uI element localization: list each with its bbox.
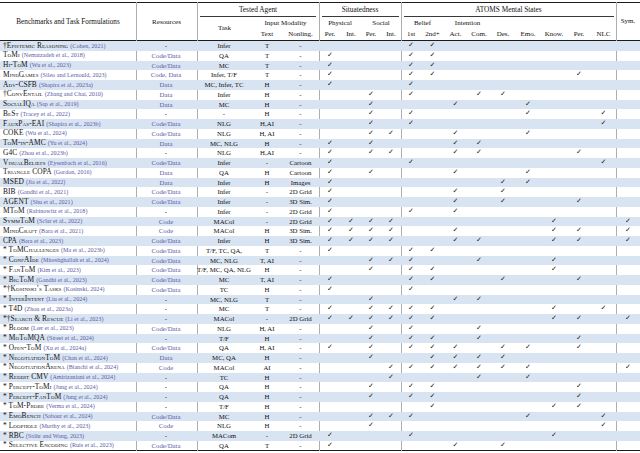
citation-link[interactable]: (Bara et al., 2021) [39,228,83,234]
citation-link[interactable]: (Murthy et al., 2023) [39,423,90,429]
task-cell: QA [196,343,252,353]
input-nonling-cell: - [282,119,319,129]
check-soc-per: ✓ [361,168,381,178]
input-nonling-cell: - [282,51,319,61]
resources-cell[interactable]: Code/Data [136,285,196,295]
citation-link[interactable]: (Amirizaniani et al., 2024) [50,374,115,380]
citation-link[interactable]: (Bianchi et al., 2024) [67,364,119,370]
check-per: ✓ [567,226,591,236]
resources-cell[interactable]: Code/Data [136,265,196,275]
input-text-cell: H [252,90,282,100]
citation-link[interactable]: (Sap et al., 2019) [37,101,79,107]
citation-link[interactable]: (Street et al., 2024) [47,335,94,341]
citation-link[interactable]: (Gandhi et al., 2023) [36,277,87,283]
resources-cell[interactable]: Code/Data [136,441,196,451]
resources-cell[interactable]: Code/Data [136,246,196,256]
resources-cell[interactable]: Code [136,363,196,373]
citation-link[interactable]: (Shu et al., 2021) [31,199,73,205]
resources-cell[interactable]: Data [136,178,196,188]
citation-link[interactable]: (Liu et al., 2024) [46,296,87,302]
check-belief-1st: ✓ [401,158,421,168]
resources-cell[interactable]: Data [136,139,196,149]
citation-link[interactable]: (Sabour et al., 2024) [43,413,93,419]
resources-cell[interactable]: Data [136,353,196,363]
resources-cell[interactable]: Code [136,226,196,236]
input-text-cell: T [252,51,282,61]
citation-link[interactable]: (Bara et al., 2023) [19,238,63,244]
benchmark-name: FauxPas-EAI [3,119,44,128]
citation-link[interactable]: (Jung et al., 2024) [54,384,98,390]
citation-link[interactable]: (Sclar et al., 2022) [37,218,82,224]
citation-link[interactable]: (Gandhi et al., 2021) [18,189,69,195]
citation-link[interactable]: (Rabinowitz et al., 2018) [27,208,88,214]
check-soc-per: ✓ [361,256,381,266]
citation-link[interactable]: (Sileo and Lernould, 2023) [41,72,107,78]
resources-cell[interactable]: Data [136,100,196,110]
check-per: ✓ [567,334,591,344]
resources-cell[interactable]: Code, Data [136,70,196,80]
citation-link[interactable]: (Eysenbach et al., 2016) [48,160,107,166]
check-belief-1st: ✓ [401,285,421,295]
citation-link[interactable]: (Nematzadeh et al., 2018) [22,52,85,58]
resources-cell[interactable]: Code/Data [136,129,196,139]
resources-cell[interactable]: Code/Data [136,275,196,285]
citation-link[interactable]: (Cohen, 2021) [70,43,105,49]
resources-cell[interactable]: Data [136,168,196,178]
check-soc-per: ✓ [361,324,381,334]
col-header-belief-2nd: 2nd+ [421,28,444,39]
citation-link[interactable]: (Lœr et al., 2023) [31,325,74,331]
resources-cell[interactable]: Code [136,421,196,431]
citation-link[interactable]: (Jung et al., 2024) [63,394,107,400]
citation-link[interactable]: (Verma et al., 2024) [46,403,95,409]
check-belief-2nd: ✓ [421,343,444,353]
resources-cell[interactable]: Code/Data [136,256,196,266]
task-cell: NLG [196,324,252,334]
citation-link[interactable]: (Kim et al., 2023) [37,267,81,273]
citation-link[interactable]: (Mireshghallah et al., 2024) [41,257,109,263]
citation-link[interactable]: (Stöhr and Wang, 2023) [26,433,84,439]
resources-cell[interactable]: Code/Data [136,51,196,61]
resources-cell[interactable]: Code/Data [136,61,196,71]
citation-link[interactable]: (Xu et al., 2024a) [43,345,86,351]
citation-link[interactable]: (Shapira et al., 2023a) [39,82,93,88]
check-soc-per: ✓ [361,265,381,275]
citation-link[interactable]: (Zhou et al., 2023b) [19,150,68,156]
citation-link[interactable]: (Jia et al., 2022) [26,179,65,185]
check-intent-act: ✓ [444,148,467,158]
resources-cell[interactable]: Code/Data [136,197,196,207]
resources-cell[interactable]: Data [136,80,196,90]
citation-link[interactable]: (Ruis et al., 2023) [70,442,114,448]
resources-cell[interactable]: Code [136,217,196,227]
citation-link[interactable]: (Tracey et al., 2022) [21,111,70,117]
citation-link[interactable]: (Chan et al., 2024) [62,355,108,361]
resources-cell[interactable]: Code/Data [136,119,196,129]
citation-link[interactable]: (Ma et al., 2023b) [61,247,105,253]
col-header-task: Task [197,17,252,39]
check-belief-1st: ✓ [401,207,421,217]
citation-link[interactable]: (Zhou et al., 2023a) [24,306,72,312]
resources-cell[interactable]: Code/Data [136,236,196,246]
benchmark-name: MSED [3,177,24,186]
citation-link[interactable]: (Wu et al., 2023) [30,62,71,68]
citation-link[interactable]: (Wu et al., 2024) [26,130,67,136]
resources-cell[interactable]: Code/Data [136,324,196,334]
citation-link[interactable]: (Shapira et al., 2023b) [46,121,100,127]
check-soc-int: ✓ [381,256,401,266]
input-text-cell: H [252,334,282,344]
resources-cell[interactable]: Code/Data [136,187,196,197]
citation-link[interactable]: (Li et al., 2023) [65,316,103,322]
input-text-cell: H [252,285,282,295]
resources-cell[interactable]: Data [136,90,196,100]
resources-cell[interactable]: Code/Data [136,158,196,168]
citation-link[interactable]: (Kosinski, 2024) [64,286,105,292]
resources-cell[interactable]: Code/Data [136,412,196,422]
check-know: ✓ [541,402,567,412]
check-belief-1st: ✓ [401,334,421,344]
citation-link[interactable]: (Zhang and Chai, 2010) [45,91,103,97]
citation-link[interactable]: (Gordon, 2016) [54,169,92,175]
citation-link[interactable]: (Yu et al., 2024) [48,140,87,146]
resources-cell[interactable]: Code/Data [136,343,196,353]
check-soc-per: ✓ [361,295,381,305]
check-phys-per: ✓ [319,61,341,71]
input-text-cell: T [252,61,282,71]
